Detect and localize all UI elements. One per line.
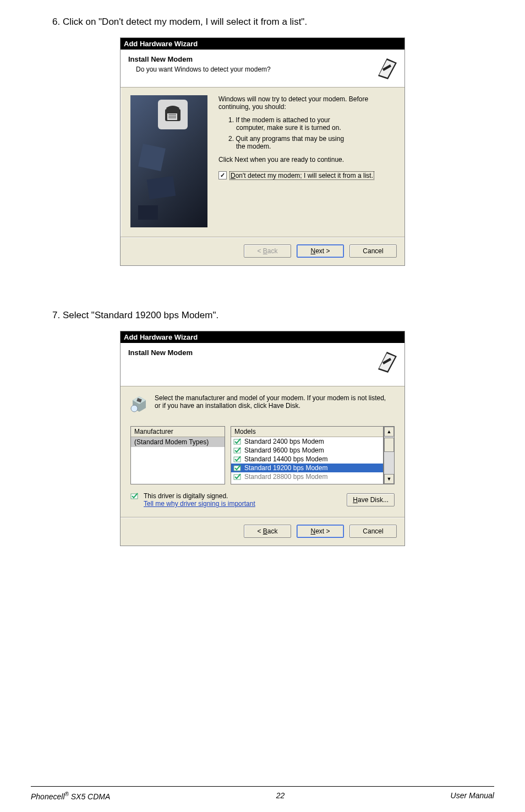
model-item-14400[interactable]: Standard 14400 bps Modem xyxy=(231,455,383,464)
signed-driver-icon xyxy=(130,492,139,500)
dialog2-button-row: < Back Next > Cancel xyxy=(121,517,404,546)
next-button[interactable]: Next > xyxy=(297,525,344,538)
footer-right: User Manual xyxy=(451,791,494,801)
dialog1-button-row: < Back Next > Cancel xyxy=(121,237,404,265)
modem-wizard-icon xyxy=(375,55,399,79)
dialog1-header-title: Install New Modem xyxy=(128,55,271,63)
dont-detect-checkbox-row[interactable]: Don't detect my modem; I will select it … xyxy=(218,171,391,179)
detect-intro-text: Windows will now try to detect your mode… xyxy=(218,95,391,111)
cancel-button[interactable]: Cancel xyxy=(349,244,397,258)
back-button[interactable]: < Back xyxy=(244,525,291,538)
driver-signed-text: This driver is digitally signed. xyxy=(144,492,255,500)
dialog1-header: Install New Modem Do you want Windows to… xyxy=(121,50,404,88)
dialog2-header-title: Install New Modem xyxy=(128,348,193,357)
signed-driver-icon xyxy=(233,438,242,445)
dont-detect-label: Don't detect my modem; I will select it … xyxy=(230,172,374,179)
scroll-track[interactable] xyxy=(384,437,394,474)
manufacturer-item-standard[interactable]: (Standard Modem Types) xyxy=(131,437,225,447)
footer-left: Phonecell® SX5 CDMA xyxy=(31,791,110,801)
model-item-2400[interactable]: Standard 2400 bps Modem xyxy=(231,437,383,446)
models-header: Models xyxy=(231,427,383,437)
model-item-9600[interactable]: Standard 9600 bps Modem xyxy=(231,446,383,455)
detect-bullet-1b: computer, make sure it is turned on. xyxy=(236,124,341,132)
scroll-thumb[interactable] xyxy=(384,438,394,452)
dialog1-header-subtitle: Do you want Windows to detect your modem… xyxy=(136,66,271,73)
detect-bullet-2a: 2. Quit any programs that may be using xyxy=(228,135,344,143)
modem-wizard-icon xyxy=(375,348,399,373)
model-item-28800-partial[interactable]: Standard 28800 bps Modem xyxy=(231,472,383,481)
footer-page-number: 22 xyxy=(276,791,285,801)
chip-icon xyxy=(129,394,149,414)
next-button[interactable]: Next > xyxy=(297,244,344,258)
manufacturer-header: Manufacturer xyxy=(131,427,225,437)
page-footer: Phonecell® SX5 CDMA 22 User Manual xyxy=(31,791,494,801)
signed-driver-icon xyxy=(233,446,242,454)
detect-ready-text: Click Next when you are ready to continu… xyxy=(218,156,391,164)
scroll-up-button[interactable]: ▲ xyxy=(384,427,394,437)
add-hardware-wizard-detect-dialog: Add Hardware Wizard Install New Modem Do… xyxy=(120,37,405,266)
telephone-icon xyxy=(162,103,184,126)
signed-driver-icon xyxy=(233,455,242,463)
footer-divider xyxy=(31,786,494,787)
detect-bullet-2b: the modem. xyxy=(236,143,271,150)
detect-bullet-1a: 1. If the modem is attached to your xyxy=(228,116,330,124)
cancel-button[interactable]: Cancel xyxy=(349,525,397,538)
model-item-19200-selected[interactable]: Standard 19200 bps Modem xyxy=(231,464,383,472)
step-6-text: 6. Click on "Don't detect my modem, I wi… xyxy=(52,17,525,28)
dialog2-header: Install New Modem xyxy=(121,343,404,386)
model-instruction-text: Select the manufacturer and model of you… xyxy=(155,394,393,410)
dialog1-titlebar: Add Hardware Wizard xyxy=(121,38,404,50)
have-disk-button[interactable]: Have Disk... xyxy=(347,493,395,506)
manufacturer-listbox[interactable]: Manufacturer (Standard Modem Types) xyxy=(130,426,225,484)
add-hardware-wizard-model-dialog: Add Hardware Wizard Install New Modem xyxy=(120,331,405,546)
signed-driver-icon xyxy=(233,473,242,481)
wizard-side-graphic xyxy=(130,95,207,227)
signed-driver-icon xyxy=(233,464,242,472)
dont-detect-checkbox[interactable] xyxy=(218,171,227,179)
models-scrollbar[interactable]: ▲ ▼ xyxy=(384,426,395,484)
driver-signing-link[interactable]: Tell me why driver signing is important xyxy=(144,500,255,508)
scroll-down-button[interactable]: ▼ xyxy=(384,474,394,484)
models-listbox[interactable]: Models Standard 2400 bps Modem Standard … xyxy=(231,426,384,484)
step-7-text: 7. Select "Standard 19200 bps Modem". xyxy=(52,310,525,321)
back-button[interactable]: < Back xyxy=(244,244,291,258)
svg-point-8 xyxy=(131,405,138,412)
dialog2-titlebar: Add Hardware Wizard xyxy=(121,331,404,343)
